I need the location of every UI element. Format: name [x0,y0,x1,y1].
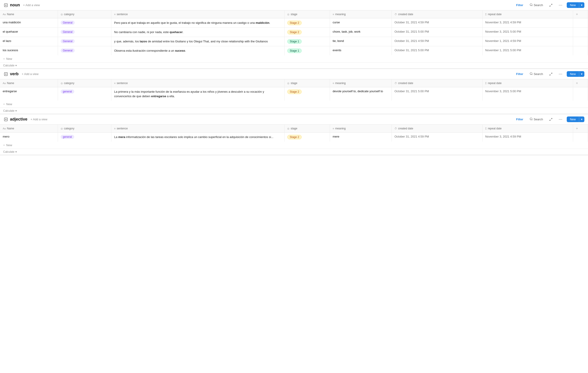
edit-icon [4,3,8,8]
stage-badge: Stage 2 [287,89,302,94]
more-options-button[interactable]: ··· [556,117,565,122]
add-column-button[interactable]: + [573,11,588,18]
cell-sentence[interactable]: Observa esta ilustración correspondiente… [111,46,284,55]
cell-stage[interactable]: Stage 2 [284,87,330,101]
more-options-button[interactable]: ··· [556,71,565,77]
svg-point-1 [530,4,532,6]
cell-sentence[interactable]: Pero para el que trabaja en aquello que … [111,18,284,28]
add-column-button[interactable]: + [573,125,588,132]
chevron-down-icon: ▾ [15,150,17,154]
new-button[interactable]: New [567,71,579,77]
cell-category[interactable]: general [58,132,111,142]
new-button-chevron[interactable]: ▾ [579,117,584,122]
cell-repeat[interactable]: November 3, 2021 5:00 PM [482,87,573,101]
filter-button[interactable]: Filter [514,117,525,122]
category-badge: General [61,30,75,34]
cell-created[interactable]: October 31, 2021 5:00 PM [391,28,482,37]
cell-meaning[interactable]: curse [330,18,391,28]
cell-name[interactable]: el lazo [0,37,58,46]
cell-created[interactable]: October 31, 2021 4:59 PM [391,18,482,28]
cell-created[interactable]: October 31, 2021 4:59 PM [391,37,482,46]
cell-name[interactable]: el quehacer [0,28,58,37]
filter-button[interactable]: Filter [514,2,525,8]
cell-name[interactable]: una maldición [0,18,58,28]
col-label: repeat date [488,82,502,85]
col-label: Name [7,127,14,130]
cell-created[interactable]: October 31, 2021 4:59 PM [391,132,482,142]
cell-empty [573,132,588,142]
cell-sentence[interactable]: y que, además, los lazos de amistad entr… [111,37,284,46]
expand-button[interactable] [547,72,555,77]
search-button[interactable]: Search [527,117,545,122]
cell-category[interactable]: General [58,28,111,37]
cell-sentence[interactable]: La primera y la más importante función d… [111,87,284,101]
cell-meaning[interactable]: chore, task, job, work [330,28,391,37]
new-row-button[interactable]: +New [0,101,588,108]
cell-meaning[interactable]: mere [330,132,391,142]
new-row-button[interactable]: +New [0,55,588,63]
filter-button[interactable]: Filter [514,71,525,77]
category-badge: General [61,39,75,43]
new-button-chevron[interactable]: ▾ [579,2,584,8]
cell-sentence[interactable]: No cambiaría con nadie, ni por nada, est… [111,28,284,37]
search-button[interactable]: Search [527,71,545,77]
filter-icon: Filter [516,72,523,76]
table-row: merogeneralLa mera informatización de la… [0,132,588,142]
section-header-adjective: adjective+ Add a viewFilterSearch···New▾ [0,114,588,125]
cell-stage[interactable]: Stage 2 [284,28,330,37]
cell-meaning[interactable]: events [330,46,391,55]
add-view-button[interactable]: + Add a view [22,3,41,8]
more-options-button[interactable]: ··· [556,2,565,8]
calculate-label: Calculate [3,150,14,154]
cell-repeat[interactable]: November 3, 2021 4:59 PM [482,18,573,28]
section-title: adjective [10,117,27,122]
cell-category[interactable]: General [58,37,111,46]
new-button-chevron[interactable]: ▾ [579,71,584,77]
expand-button[interactable] [547,117,555,122]
stage-badge: Stage 1 [287,48,302,53]
svg-line-13 [551,118,552,119]
cell-stage[interactable]: Stage 1 [284,46,330,55]
cell-category[interactable]: General [58,46,111,55]
svg-line-12 [532,120,533,120]
col-label: created date [398,82,413,85]
calculate-row[interactable]: Calculate▾ [0,108,588,114]
expand-button[interactable] [547,3,555,8]
col-label: stage [291,82,297,85]
cell-meaning[interactable]: tie, bond [330,37,391,46]
col-header-stage: ◎stage [284,11,330,18]
new-row-button[interactable]: +New [0,142,588,149]
cell-name[interactable]: los sucesos [0,46,58,55]
cell-category[interactable]: General [58,18,111,28]
cell-repeat[interactable]: November 3, 2021 4:59 PM [482,132,573,142]
cell-repeat[interactable]: November 1, 2021 4:59 PM [482,37,573,46]
cell-created[interactable]: October 31, 2021 5:00 PM [391,87,482,101]
col-header-created: ⏱created date [391,125,482,132]
new-button[interactable]: New [567,2,579,8]
cell-repeat[interactable]: November 3, 2021 5:00 PM [482,28,573,37]
circle-icon: ◎ [61,82,63,85]
calculate-row[interactable]: Calculate▾ [0,149,588,155]
cell-created[interactable]: October 31, 2021 5:00 PM [391,46,482,55]
add-view-button[interactable]: + Add a view [20,72,40,76]
cell-repeat[interactable]: November 1, 2021 5:00 PM [482,46,573,55]
cell-stage[interactable]: Stage 2 [284,132,330,142]
cell-stage[interactable]: Stage 2 [284,18,330,28]
cell-sentence[interactable]: La mera informatización de las tareas es… [111,132,284,142]
cell-name[interactable]: entregarse [0,87,58,101]
col-label: category [64,13,74,16]
stage-badge: Stage 1 [287,39,302,44]
cell-stage[interactable]: Stage 1 [284,37,330,46]
col-header-repeat: Σrepeat date [482,79,573,87]
cell-name[interactable]: mero [0,132,58,142]
search-button[interactable]: Search [527,2,545,8]
cell-category[interactable]: general [58,87,111,101]
search-label: Search [534,3,543,7]
category-badge: general [61,135,74,139]
add-column-button[interactable]: + [573,79,588,87]
new-button[interactable]: New [567,117,579,122]
col-label: created date [398,127,413,130]
cell-meaning[interactable]: devote yourself to, dedicate yourself to [330,87,391,101]
calculate-row[interactable]: Calculate▾ [0,63,588,69]
add-view-button[interactable]: + Add a view [29,117,49,122]
